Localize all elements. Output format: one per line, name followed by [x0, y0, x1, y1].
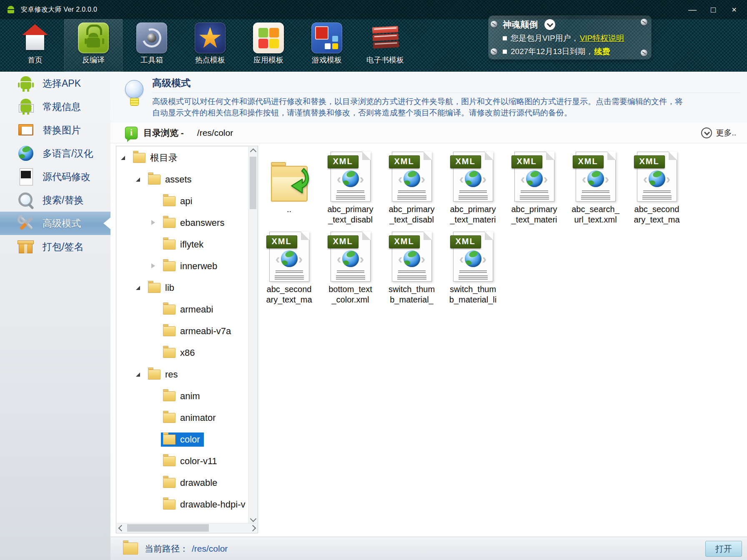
- tree-horizontal-scrollbar[interactable]: [117, 523, 257, 532]
- sidebar-item-replace-images[interactable]: 替换图片: [0, 118, 110, 142]
- toolbar-item-label: 应用模板: [253, 55, 283, 65]
- file-tile-switch_thumb_material_li[interactable]: XML‹›switch_thumb_material_li: [442, 231, 504, 311]
- tree-toggle: [120, 154, 130, 162]
- scroll-up-button[interactable]: [249, 147, 257, 155]
- open-button[interactable]: 打开: [705, 541, 742, 557]
- file-tile-abc_secondary_text_ma[interactable]: XML‹›abc_secondary_text_ma: [258, 231, 320, 311]
- ebook-template-icon: [370, 22, 401, 53]
- tree-item-lib[interactable]: lib: [117, 277, 248, 299]
- file-tile-abc_primary_text_disabl[interactable]: XML‹›abc_primary_text_disabl: [320, 151, 381, 231]
- main-toolbar: 首页反编译工具箱热点模板应用模板游戏模板电子书模板: [6, 19, 414, 72]
- maximize-button[interactable]: □: [707, 4, 719, 15]
- folder-icon: [148, 175, 160, 185]
- xml-badge: XML: [328, 235, 358, 248]
- renew-link[interactable]: 续费: [594, 46, 610, 57]
- file-tile-abc_primary_text_materi[interactable]: XML‹›abc_primary_text_materi: [442, 151, 504, 231]
- angle-bracket-icon: ‹: [337, 170, 341, 187]
- window-chrome: 安卓修改大师 Ver 2.0.0.0 — □ × 首页反编译工具箱热点模板应用模…: [0, 0, 747, 72]
- toolbar-item-game-templates[interactable]: 游戏模板: [298, 19, 356, 72]
- file-tree-panel: 根目录assetsapiebanswersiflytekinnerwebliba…: [116, 146, 258, 533]
- xml-badge: XML: [450, 235, 481, 248]
- file-tile-abc_secondary_text_ma[interactable]: XML‹›abc_secondary_text_ma: [626, 151, 687, 231]
- tree-toggle: [135, 284, 145, 292]
- folder-icon: [163, 305, 175, 315]
- folder-icon: [163, 348, 175, 358]
- sidebar-item-label: 多语言/汉化: [43, 147, 93, 160]
- tree-item-anim[interactable]: anim: [117, 385, 248, 407]
- file-tile-switch_thumb_material_[interactable]: XML‹›switch_thumb_material_: [381, 231, 442, 311]
- expand-triangle-icon[interactable]: [136, 372, 140, 377]
- file-tile-abc_primary_text_materi[interactable]: XML‹›abc_primary_text_materi: [504, 151, 565, 231]
- tree-vertical-scrollbar[interactable]: [248, 147, 257, 523]
- vip-privilege-link[interactable]: VIP特权说明: [580, 33, 624, 44]
- tree-item-x86[interactable]: x86: [117, 342, 248, 364]
- scroll-down-button[interactable]: [249, 515, 257, 523]
- current-path-label: 当前路径：: [145, 543, 188, 555]
- globe-sb-icon: [17, 144, 35, 162]
- xml-file-icon: XML‹›: [269, 232, 309, 282]
- sidebar-item-multilanguage[interactable]: 多语言/汉化: [0, 142, 110, 165]
- tree-item-label: color: [180, 434, 200, 445]
- sidebar-item-search-replace[interactable]: 搜索/替换: [0, 188, 110, 212]
- vertical-scroll-thumb[interactable]: [250, 157, 256, 209]
- close-button[interactable]: ×: [728, 4, 740, 15]
- collapse-triangle-icon[interactable]: [151, 263, 155, 268]
- tree-item-label: res: [165, 369, 178, 380]
- xml-file-icon: XML‹›: [514, 152, 554, 202]
- tree-item-armeabi[interactable]: armeabi: [117, 299, 248, 320]
- description-line: 自动显示文件的相关信息和操作按钮，请谨慎替换和修改，否则将造成整个项目不能编译。…: [152, 107, 742, 118]
- sidebar-item-package-sign[interactable]: 打包/签名: [0, 235, 110, 258]
- toolbar-item-toolbox[interactable]: 工具箱: [123, 19, 181, 72]
- tree-item-drawable[interactable]: drawable: [117, 472, 248, 494]
- tree-item-armeabi-v7a[interactable]: armeabi-v7a: [117, 320, 248, 342]
- tree-item-label: ebanswers: [180, 218, 224, 228]
- toolbar-item-ebook-templates[interactable]: 电子书模板: [356, 19, 414, 72]
- scroll-right-button[interactable]: [248, 523, 257, 532]
- tree-item-innerweb[interactable]: innerweb: [117, 255, 248, 277]
- tree-item-ebanswers[interactable]: ebanswers: [117, 212, 248, 234]
- more-button[interactable]: 更多..: [701, 128, 736, 138]
- file-tile-parent-folder[interactable]: ..: [258, 151, 320, 231]
- tree-item-drawable-hdpi-v[interactable]: drawable-hdpi-v: [117, 494, 248, 515]
- folder-icon: [163, 218, 175, 228]
- tree-item-assets[interactable]: assets: [117, 169, 248, 190]
- tree-item-color[interactable]: color: [117, 429, 248, 450]
- tree-item-根目录[interactable]: 根目录: [117, 147, 248, 169]
- toolbar-item-home[interactable]: 首页: [6, 19, 64, 72]
- tree-item-animator[interactable]: animator: [117, 407, 248, 429]
- tree-item-api[interactable]: api: [117, 190, 248, 212]
- tree-item-res[interactable]: res: [117, 364, 248, 385]
- file-tile-abc_primary_text_disabl[interactable]: XML‹›abc_primary_text_disabl: [381, 151, 442, 231]
- folder-icon: [163, 456, 175, 466]
- folder-icon: [163, 478, 175, 488]
- folder-icon: [133, 153, 145, 163]
- tree-item-color-v11[interactable]: color-v11: [117, 450, 248, 472]
- scroll-left-button[interactable]: [117, 523, 126, 532]
- expand-triangle-icon[interactable]: [121, 156, 125, 160]
- toolbar-item-hot-templates[interactable]: 热点模板: [181, 19, 239, 72]
- sidebar-item-label: 打包/签名: [43, 240, 83, 253]
- horizontal-scroll-thumb[interactable]: [127, 524, 209, 532]
- expand-triangle-icon[interactable]: [136, 178, 140, 182]
- angle-bracket-icon: ›: [605, 170, 609, 187]
- sidebar-item-advanced-mode[interactable]: 高级模式: [0, 212, 110, 235]
- directory-path: /res/color: [197, 128, 233, 138]
- sidebar-item-general-info[interactable]: 常规信息: [0, 95, 110, 118]
- screw-icon: [641, 50, 647, 56]
- sidebar-item-source-code-edit[interactable]: 源代码修改: [0, 165, 110, 188]
- globe-icon: [342, 250, 359, 267]
- expand-triangle-icon[interactable]: [136, 286, 140, 290]
- collapse-triangle-icon[interactable]: [151, 220, 155, 225]
- toolbox-icon: [136, 22, 167, 53]
- file-tile-bottom_text_color.xml[interactable]: XML‹›bottom_text_color.xml: [320, 231, 381, 311]
- toolbar-item-app-templates[interactable]: 应用模板: [239, 19, 298, 72]
- tree-item-iflytek[interactable]: iflytek: [117, 234, 248, 255]
- toolbar-item-decompile[interactable]: 反编译: [64, 19, 123, 72]
- screw-icon: [491, 21, 497, 28]
- tree-item-label: x86: [180, 348, 195, 358]
- toolbar-item-label: 反编译: [82, 55, 105, 65]
- chevron-down-icon[interactable]: [544, 19, 555, 30]
- file-tile-abc_search_url_text.xml[interactable]: XML‹›abc_search_url_text.xml: [565, 151, 626, 231]
- sidebar-item-select-apk[interactable]: 选择APK: [0, 72, 110, 95]
- minimize-button[interactable]: —: [686, 4, 699, 15]
